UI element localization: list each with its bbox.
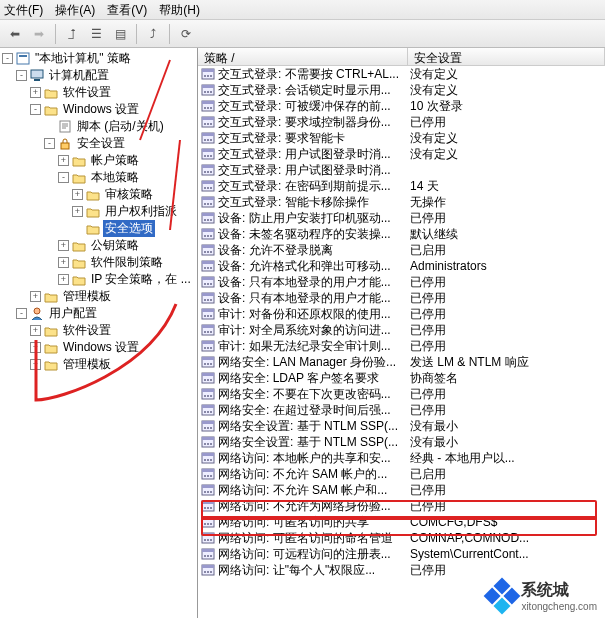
- tree-panel[interactable]: -"本地计算机" 策略-计算机配置+软件设置-Windows 设置脚本 (启动/…: [0, 48, 198, 618]
- tree-expander-icon[interactable]: +: [72, 189, 83, 200]
- policy-icon: [200, 484, 215, 497]
- tree-expander-icon[interactable]: +: [30, 291, 41, 302]
- tree-node[interactable]: +软件设置: [2, 84, 197, 101]
- tree-node[interactable]: -"本地计算机" 策略: [2, 50, 197, 67]
- policy-row[interactable]: 设备: 只有本地登录的用户才能...已停用: [198, 290, 605, 306]
- policy-row[interactable]: 交互式登录: 可被缓冲保存的前...10 次登录: [198, 98, 605, 114]
- policy-row[interactable]: 交互式登录: 要求智能卡没有定义: [198, 130, 605, 146]
- policy-row[interactable]: 网络访问: 让"每个人"权限应...已停用: [198, 562, 605, 578]
- policy-row[interactable]: 交互式登录: 不需要按 CTRL+AL...没有定义: [198, 66, 605, 82]
- menu-action[interactable]: 操作(A): [55, 2, 95, 17]
- menu-view[interactable]: 查看(V): [107, 2, 147, 17]
- properties-icon[interactable]: ▤: [109, 23, 131, 45]
- folder-icon: [71, 239, 86, 252]
- policy-row[interactable]: 网络安全: LDAP 客户签名要求协商签名: [198, 370, 605, 386]
- svg-rect-1: [19, 55, 27, 57]
- column-setting[interactable]: 安全设置: [408, 48, 605, 65]
- tree-node[interactable]: -计算机配置: [2, 67, 197, 84]
- policy-row[interactable]: 设备: 防止用户安装打印机驱动...已停用: [198, 210, 605, 226]
- policy-row[interactable]: 网络访问: 不允许 SAM 帐户和...已停用: [198, 482, 605, 498]
- tree-node[interactable]: 安全选项: [2, 220, 197, 237]
- tree-expander-icon[interactable]: -: [16, 308, 27, 319]
- forward-icon[interactable]: ➡: [28, 23, 50, 45]
- policy-row[interactable]: 网络访问: 本地帐户的共享和安...经典 - 本地用户以...: [198, 450, 605, 466]
- policy-row[interactable]: 交互式登录: 要求域控制器身份...已停用: [198, 114, 605, 130]
- tree-expander-icon[interactable]: +: [30, 359, 41, 370]
- refresh-icon[interactable]: ⟳: [175, 23, 197, 45]
- policy-icon: [200, 164, 215, 177]
- policy-setting: 没有最小: [408, 434, 605, 451]
- policy-icon: [200, 388, 215, 401]
- up-icon[interactable]: ⮥: [61, 23, 83, 45]
- tree-expander-icon[interactable]: +: [58, 274, 69, 285]
- policy-row[interactable]: 交互式登录: 用户试图登录时消...: [198, 162, 605, 178]
- tree-node[interactable]: -用户配置: [2, 305, 197, 322]
- policy-row[interactable]: 交互式登录: 智能卡移除操作无操作: [198, 194, 605, 210]
- tree-node[interactable]: +IP 安全策略，在 ...: [2, 271, 197, 288]
- tree-expander-icon[interactable]: -: [44, 138, 55, 149]
- tree-node[interactable]: +软件设置: [2, 322, 197, 339]
- svg-point-126: [210, 443, 212, 445]
- policy-icon: [200, 276, 215, 289]
- policy-icon: [200, 260, 215, 273]
- tree-node[interactable]: 脚本 (启动/关机): [2, 118, 197, 135]
- tree-expander-icon[interactable]: +: [58, 240, 69, 251]
- policy-row[interactable]: 交互式登录: 用户试图登录时消...没有定义: [198, 146, 605, 162]
- policy-row[interactable]: 审计: 如果无法纪录安全审计则...已停用: [198, 338, 605, 354]
- tree-expander-icon[interactable]: -: [16, 70, 27, 81]
- svg-rect-43: [202, 181, 214, 184]
- svg-point-144: [204, 507, 206, 509]
- tree-node[interactable]: -安全设置: [2, 135, 197, 152]
- folder-icon: [71, 171, 86, 184]
- policy-row[interactable]: 网络安全设置: 基于 NTLM SSP(...没有最小: [198, 418, 605, 434]
- policy-row[interactable]: 网络访问: 不允许 SAM 帐户的...已启用: [198, 466, 605, 482]
- policy-row[interactable]: 网络访问: 可匿名访问的共享COMCFG,DFS$: [198, 514, 605, 530]
- tree-expander-icon[interactable]: +: [58, 257, 69, 268]
- tree-node[interactable]: +管理模板: [2, 356, 197, 373]
- policy-row[interactable]: 网络访问: 不允许为网络身份验...已停用: [198, 498, 605, 514]
- export-icon[interactable]: ⤴: [142, 23, 164, 45]
- policy-row[interactable]: 网络访问: 可匿名访问的命名管道COMNAP,COMNOD...: [198, 530, 605, 546]
- tree-node[interactable]: +审核策略: [2, 186, 197, 203]
- svg-rect-108: [202, 389, 214, 392]
- policy-row[interactable]: 交互式登录: 在密码到期前提示...14 天: [198, 178, 605, 194]
- policy-row[interactable]: 审计: 对全局系统对象的访问进...已停用: [198, 322, 605, 338]
- tree-label: 软件设置: [61, 84, 113, 101]
- show-hide-tree-icon[interactable]: ☰: [85, 23, 107, 45]
- policy-row[interactable]: 交互式登录: 会话锁定时显示用...没有定义: [198, 82, 605, 98]
- policy-row[interactable]: 网络安全设置: 基于 NTLM SSP(...没有最小: [198, 434, 605, 450]
- policy-row[interactable]: 审计: 对备份和还原权限的使用...已停用: [198, 306, 605, 322]
- column-policy[interactable]: 策略 /: [198, 48, 408, 65]
- tree-expander-icon[interactable]: -: [30, 104, 41, 115]
- menu-help[interactable]: 帮助(H): [159, 2, 200, 17]
- menu-file[interactable]: 文件(F): [4, 2, 43, 17]
- tree-node[interactable]: +Windows 设置: [2, 339, 197, 356]
- tree-expander-icon[interactable]: +: [58, 155, 69, 166]
- policy-row[interactable]: 设备: 未签名驱动程序的安装操...默认继续: [198, 226, 605, 242]
- tree-node[interactable]: -本地策略: [2, 169, 197, 186]
- policy-row[interactable]: 设备: 允许不登录脱离已启用: [198, 242, 605, 258]
- tree-node[interactable]: +公钥策略: [2, 237, 197, 254]
- policy-row[interactable]: 网络安全: LAN Manager 身份验...发送 LM & NTLM 响应: [198, 354, 605, 370]
- tree-node[interactable]: +管理模板: [2, 288, 197, 305]
- tree-node[interactable]: -Windows 设置: [2, 101, 197, 118]
- back-icon[interactable]: ⬅: [4, 23, 26, 45]
- list-rows[interactable]: 交互式登录: 不需要按 CTRL+AL...没有定义交互式登录: 会话锁定时显示…: [198, 66, 605, 616]
- policy-setting: 已停用: [408, 338, 605, 355]
- tree-node[interactable]: +帐户策略: [2, 152, 197, 169]
- policy-row[interactable]: 设备: 允许格式化和弹出可移动...Administrators: [198, 258, 605, 274]
- tree-expander-icon[interactable]: +: [72, 206, 83, 217]
- tree-expander-icon[interactable]: +: [30, 342, 41, 353]
- policy-row[interactable]: 设备: 只有本地登录的用户才能...已停用: [198, 274, 605, 290]
- tree-node[interactable]: +软件限制策略: [2, 254, 197, 271]
- policy-row[interactable]: 网络安全: 不要在下次更改密码...已停用: [198, 386, 605, 402]
- tree-node[interactable]: +用户权利指派: [2, 203, 197, 220]
- tree-expander-icon[interactable]: +: [30, 87, 41, 98]
- policy-name: 网络访问: 本地帐户的共享和安...: [218, 450, 391, 467]
- tree-expander-icon[interactable]: -: [2, 53, 13, 64]
- policy-row[interactable]: 网络访问: 可远程访问的注册表...System\CurrentCont...: [198, 546, 605, 562]
- tree-expander-icon[interactable]: +: [30, 325, 41, 336]
- svg-rect-8: [202, 69, 214, 72]
- policy-row[interactable]: 网络安全: 在超过登录时间后强...已停用: [198, 402, 605, 418]
- tree-expander-icon[interactable]: -: [58, 172, 69, 183]
